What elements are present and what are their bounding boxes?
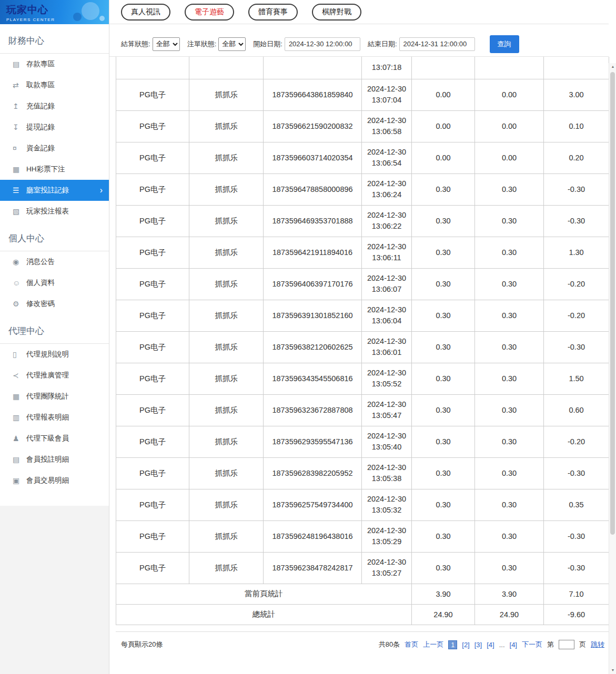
page-link-2[interactable]: [2]	[462, 641, 469, 649]
end-date-input[interactable]	[399, 37, 475, 51]
first-page-link[interactable]: 首页	[405, 640, 418, 649]
valid-bet-cell: 0.30	[475, 237, 544, 268]
pagination-ellipsis: ...	[499, 641, 505, 649]
table-row: PG电子抓抓乐18735966438618598402024-12-3013:0…	[116, 79, 609, 110]
table-row: PG电子抓抓乐18735964063971701762024-12-3013:0…	[116, 268, 609, 300]
vendor-cell: PG电子	[116, 363, 189, 394]
sidebar-item-member-bet-detail[interactable]: ▤會員投註明細	[0, 449, 109, 470]
sidebar-item-withdraw-area[interactable]: ⇄取款專區	[0, 75, 109, 96]
bet-date: 2024-12-30	[363, 494, 410, 505]
bet-time: 13:06:54	[363, 158, 410, 169]
sidebar-item-player-bet-report[interactable]: ▧玩家投注報表	[0, 201, 109, 222]
share-icon: ≺	[13, 371, 26, 380]
bet-time: 13:05:27	[363, 568, 410, 579]
time-cell: 2024-12-3013:06:04	[362, 300, 412, 331]
order-id-cell: 1873596406397170176	[264, 268, 362, 300]
search-button[interactable]: 查詢	[490, 35, 519, 53]
sidebar-item-member-transaction-detail[interactable]: ▣會員交易明細	[0, 470, 109, 491]
sidebar-item-withdrawal-records[interactable]: ↧提現記錄	[0, 117, 109, 138]
game-cell: 抓抓乐	[189, 426, 264, 457]
tab-sports-events[interactable]: 體育賽事	[248, 4, 298, 21]
sidebar-item-profile[interactable]: ☺個人資料	[0, 272, 109, 293]
scroll-up-arrow-icon[interactable]: ▲	[609, 63, 616, 70]
scrollbar-thumb[interactable]	[610, 72, 615, 535]
tab-live-video[interactable]: 真人視訊	[121, 4, 170, 21]
win-loss-cell: -0.30	[544, 173, 609, 205]
valid-bet-cell: 0.30	[475, 489, 544, 520]
sidebar-item-label: 代理規則說明	[26, 350, 69, 359]
total-summary-row: 總統計24.9024.90-9.60	[116, 604, 609, 625]
win-loss-cell: -0.30	[544, 205, 609, 237]
order-status-select[interactable]: 全部	[218, 37, 246, 51]
sidebar-item-deposit-area[interactable]: ▤存款專區	[0, 54, 109, 75]
game-cell: 抓抓乐	[189, 268, 264, 300]
bet-time: 13:05:52	[363, 379, 410, 390]
sidebar-item-agent-rules[interactable]: ▯代理規則說明	[0, 344, 109, 365]
vendor-cell: PG电子	[116, 331, 189, 363]
sidebar-item-agent-team-stats[interactable]: ▦代理團隊統計	[0, 386, 109, 407]
game-cell: 抓抓乐	[189, 142, 264, 173]
sidebar-item-agent-report-detail[interactable]: ▥代理報表明細	[0, 407, 109, 428]
table-row: PG电子抓抓乐18735962481964380162024-12-3013:0…	[116, 520, 609, 552]
valid-bet-cell: 0.30	[475, 331, 544, 363]
last-page-link[interactable]: [4]	[510, 641, 517, 649]
sidebar-item-change-password[interactable]: ⚙修改密碼	[0, 293, 109, 314]
jump-button[interactable]: 跳转	[591, 640, 604, 649]
team-stats-icon: ▦	[13, 392, 26, 401]
sidebar-item-agent-sub-members[interactable]: ♟代理下級會員	[0, 428, 109, 449]
scroll-down-arrow-icon[interactable]: ▼	[609, 667, 616, 674]
sidebar-item-label: 存款專區	[26, 59, 55, 69]
next-page-link[interactable]: 下一页	[522, 640, 542, 649]
tab-electronic-games[interactable]: 電子遊藝	[185, 4, 234, 21]
bet-date: 2024-12-30	[363, 241, 410, 252]
bet-records-grid: 13:07:18PG电子抓抓乐18735966438618598402024-1…	[116, 57, 609, 625]
bet-date: 2024-12-30	[363, 557, 410, 568]
settle-status-select[interactable]: 全部	[153, 37, 180, 51]
table-row: PG电子抓抓乐18735962575497344002024-12-3013:0…	[116, 489, 609, 520]
win-loss-cell: 1.30	[544, 237, 609, 268]
page-link-4[interactable]: [4]	[487, 641, 494, 649]
bet-time: 13:05:32	[363, 505, 410, 516]
vendor-cell: PG电子	[116, 520, 189, 552]
win-loss-cell: -0.20	[544, 268, 609, 300]
order-id-cell: 1873596603714020354	[264, 142, 362, 173]
tab-board-card-games[interactable]: 棋牌對戰	[312, 4, 361, 21]
vendor-cell: PG电子	[116, 552, 189, 584]
bet-date: 2024-12-30	[363, 462, 410, 473]
bet-date: 2024-12-30	[363, 84, 410, 95]
sidebar-sections: 財務中心▤存款專區⇄取款專區↥充值記錄↧提現記錄¤資金記錄▦HH彩票下注☰廳室投…	[0, 29, 109, 491]
table-scrollbar[interactable]: ▲ ▼	[609, 63, 616, 674]
start-date-input[interactable]	[285, 37, 360, 51]
bet-amount-cell: 0.30	[412, 552, 475, 584]
vendor-cell: PG电子	[116, 142, 189, 173]
sidebar-item-recharge-records[interactable]: ↥充值記錄	[0, 96, 109, 117]
sidebar-item-label: 資金記錄	[26, 144, 55, 153]
sidebar-item-label: HH彩票下注	[26, 165, 65, 174]
order-id-cell: 1873596283982205952	[264, 457, 362, 489]
bet-amount-cell: 0.30	[412, 520, 475, 552]
bet-amount-cell: 0.30	[412, 426, 475, 457]
game-cell: 抓抓乐	[189, 331, 264, 363]
sidebar-item-hh-lottery-bets[interactable]: ▦HH彩票下注	[0, 159, 109, 180]
time-cell: 2024-12-3013:06:24	[362, 173, 412, 205]
sidebar-item-label: 修改密碼	[26, 299, 55, 309]
valid-bet-cell: 0.30	[475, 173, 544, 205]
sidebar-item-funds-records[interactable]: ¤資金記錄	[0, 138, 109, 159]
prev-page-link[interactable]: 上一页	[423, 640, 443, 649]
bet-time: 13:06:24	[363, 189, 410, 200]
sidebar-item-agent-promotion[interactable]: ≺代理推廣管理	[0, 365, 109, 386]
category-tabs: 真人視訊電子遊藝體育賽事棋牌對戰	[109, 0, 609, 24]
pagination-bar: 每頁顯示20條 共80条首页上一页1[2][3][4]...[4]下一页第页跳转	[116, 631, 609, 658]
order-id-cell: 1873596643861859840	[264, 79, 362, 110]
bet-amount-cell: 0.30	[412, 331, 475, 363]
sidebar-item-room-bet-records[interactable]: ☰廳室投註記錄›	[0, 180, 109, 201]
sidebar-section-title: 個人中心	[0, 227, 109, 251]
time-cell: 2024-12-3013:07:04	[362, 79, 412, 110]
page-link-3[interactable]: [3]	[474, 641, 482, 649]
time-cell: 2024-12-3013:06:07	[362, 268, 412, 300]
current-page[interactable]: 1	[448, 640, 457, 649]
sidebar-content: 玩家中心 PLAYERS CENTER 財務中心▤存款專區⇄取款專區↥充值記錄↧…	[0, 0, 109, 506]
time-cell: 13:07:18	[362, 57, 412, 79]
sidebar-item-announcements[interactable]: ◉消息公告	[0, 251, 109, 272]
jump-page-input[interactable]	[559, 640, 574, 649]
